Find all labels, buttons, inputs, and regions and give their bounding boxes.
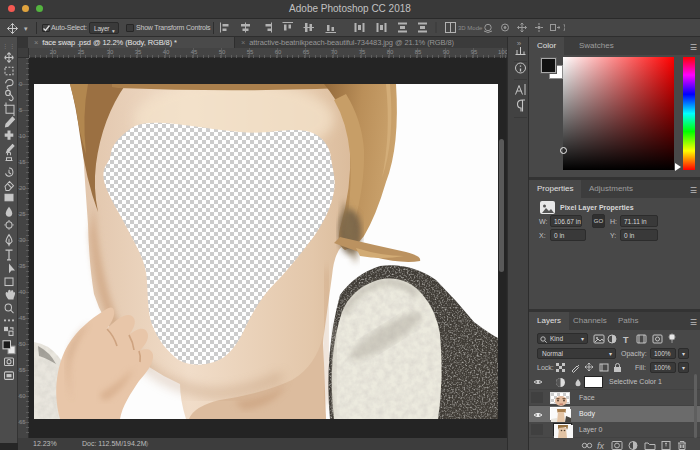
svg-text:T: T: [623, 335, 629, 345]
svg-text:fx: fx: [597, 441, 605, 450]
svg-text:3D Mode: 3D Mode: [458, 25, 483, 31]
